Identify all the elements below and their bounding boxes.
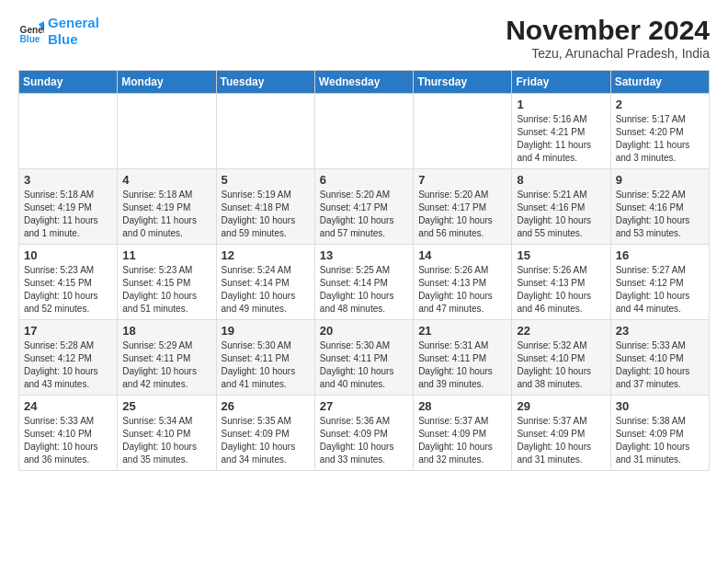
calendar-cell: 30Sunrise: 5:38 AM Sunset: 4:09 PM Dayli… bbox=[610, 396, 709, 471]
day-number: 2 bbox=[616, 98, 704, 111]
calendar-cell: 25Sunrise: 5:34 AM Sunset: 4:10 PM Dayli… bbox=[118, 396, 216, 471]
weekday-header-friday: Friday bbox=[512, 71, 610, 94]
day-number: 21 bbox=[418, 324, 506, 338]
calendar-cell: 17Sunrise: 5:28 AM Sunset: 4:12 PM Dayli… bbox=[19, 320, 118, 396]
calendar-header: SundayMondayTuesdayWednesdayThursdayFrid… bbox=[19, 71, 710, 94]
day-number: 12 bbox=[222, 248, 310, 262]
calendar-cell: 24Sunrise: 5:33 AM Sunset: 4:10 PM Dayli… bbox=[19, 396, 118, 471]
calendar-cell: 14Sunrise: 5:26 AM Sunset: 4:13 PM Dayli… bbox=[414, 245, 512, 320]
logo-text: GeneralBlue bbox=[48, 15, 99, 48]
calendar-cell: 12Sunrise: 5:24 AM Sunset: 4:14 PM Dayli… bbox=[216, 245, 314, 320]
calendar-cell: 19Sunrise: 5:30 AM Sunset: 4:11 PM Dayli… bbox=[216, 320, 314, 396]
day-number: 16 bbox=[616, 248, 704, 262]
day-info: Sunrise: 5:23 AM Sunset: 4:15 PM Dayligh… bbox=[24, 264, 112, 316]
calendar-cell: 10Sunrise: 5:23 AM Sunset: 4:15 PM Dayli… bbox=[19, 245, 118, 320]
weekday-header-thursday: Thursday bbox=[414, 71, 512, 94]
calendar-cell bbox=[216, 94, 314, 169]
logo: General Blue GeneralBlue bbox=[18, 15, 99, 48]
day-number: 14 bbox=[418, 248, 506, 262]
day-info: Sunrise: 5:31 AM Sunset: 4:11 PM Dayligh… bbox=[418, 339, 506, 391]
day-number: 28 bbox=[418, 399, 506, 413]
day-info: Sunrise: 5:28 AM Sunset: 4:12 PM Dayligh… bbox=[24, 339, 112, 391]
day-info: Sunrise: 5:37 AM Sunset: 4:09 PM Dayligh… bbox=[418, 415, 506, 466]
title-block: November 2024 Tezu, Arunachal Pradesh, I… bbox=[506, 15, 710, 61]
day-info: Sunrise: 5:27 AM Sunset: 4:12 PM Dayligh… bbox=[616, 264, 704, 316]
day-info: Sunrise: 5:29 AM Sunset: 4:11 PM Dayligh… bbox=[122, 339, 210, 391]
day-number: 23 bbox=[616, 324, 704, 338]
calendar-week-2: 3Sunrise: 5:18 AM Sunset: 4:19 PM Daylig… bbox=[19, 169, 710, 245]
day-number: 10 bbox=[24, 248, 112, 262]
weekday-header-row: SundayMondayTuesdayWednesdayThursdayFrid… bbox=[19, 71, 710, 94]
day-info: Sunrise: 5:33 AM Sunset: 4:10 PM Dayligh… bbox=[24, 415, 112, 466]
day-number: 30 bbox=[616, 399, 704, 413]
day-number: 11 bbox=[122, 248, 210, 262]
logo-icon: General Blue bbox=[18, 18, 44, 44]
day-info: Sunrise: 5:22 AM Sunset: 4:16 PM Dayligh… bbox=[616, 189, 704, 240]
day-number: 3 bbox=[24, 173, 112, 187]
day-number: 4 bbox=[122, 173, 210, 187]
day-number: 26 bbox=[222, 399, 310, 413]
day-number: 7 bbox=[418, 173, 506, 187]
calendar-cell: 2Sunrise: 5:17 AM Sunset: 4:20 PM Daylig… bbox=[610, 94, 709, 169]
day-number: 5 bbox=[222, 173, 310, 187]
calendar-body: 1Sunrise: 5:16 AM Sunset: 4:21 PM Daylig… bbox=[19, 94, 710, 471]
calendar-cell: 7Sunrise: 5:20 AM Sunset: 4:17 PM Daylig… bbox=[414, 169, 512, 245]
day-number: 27 bbox=[320, 399, 408, 413]
day-number: 9 bbox=[616, 173, 704, 187]
day-info: Sunrise: 5:30 AM Sunset: 4:11 PM Dayligh… bbox=[222, 339, 310, 391]
day-info: Sunrise: 5:25 AM Sunset: 4:14 PM Dayligh… bbox=[320, 264, 408, 316]
calendar-cell: 16Sunrise: 5:27 AM Sunset: 4:12 PM Dayli… bbox=[610, 245, 709, 320]
day-number: 8 bbox=[517, 173, 605, 187]
calendar-cell: 29Sunrise: 5:37 AM Sunset: 4:09 PM Dayli… bbox=[512, 396, 610, 471]
calendar-week-3: 10Sunrise: 5:23 AM Sunset: 4:15 PM Dayli… bbox=[19, 245, 710, 320]
calendar-cell: 6Sunrise: 5:20 AM Sunset: 4:17 PM Daylig… bbox=[314, 169, 413, 245]
calendar-cell: 9Sunrise: 5:22 AM Sunset: 4:16 PM Daylig… bbox=[610, 169, 709, 245]
day-number: 29 bbox=[517, 399, 605, 413]
calendar-cell: 23Sunrise: 5:33 AM Sunset: 4:10 PM Dayli… bbox=[610, 320, 709, 396]
day-number: 25 bbox=[122, 399, 210, 413]
calendar-cell bbox=[314, 94, 413, 169]
calendar-cell: 20Sunrise: 5:30 AM Sunset: 4:11 PM Dayli… bbox=[314, 320, 413, 396]
weekday-header-saturday: Saturday bbox=[610, 71, 709, 94]
calendar-cell: 21Sunrise: 5:31 AM Sunset: 4:11 PM Dayli… bbox=[414, 320, 512, 396]
day-info: Sunrise: 5:33 AM Sunset: 4:10 PM Dayligh… bbox=[616, 339, 704, 391]
calendar-week-5: 24Sunrise: 5:33 AM Sunset: 4:10 PM Dayli… bbox=[19, 396, 710, 471]
day-info: Sunrise: 5:20 AM Sunset: 4:17 PM Dayligh… bbox=[418, 189, 506, 240]
month-title: November 2024 bbox=[506, 15, 710, 46]
calendar-cell: 4Sunrise: 5:18 AM Sunset: 4:19 PM Daylig… bbox=[118, 169, 216, 245]
day-info: Sunrise: 5:20 AM Sunset: 4:17 PM Dayligh… bbox=[320, 189, 408, 240]
day-info: Sunrise: 5:16 AM Sunset: 4:21 PM Dayligh… bbox=[517, 113, 605, 165]
calendar-cell: 1Sunrise: 5:16 AM Sunset: 4:21 PM Daylig… bbox=[512, 94, 610, 169]
calendar-cell: 11Sunrise: 5:23 AM Sunset: 4:15 PM Dayli… bbox=[118, 245, 216, 320]
calendar-table: SundayMondayTuesdayWednesdayThursdayFrid… bbox=[18, 70, 710, 471]
calendar-cell: 3Sunrise: 5:18 AM Sunset: 4:19 PM Daylig… bbox=[19, 169, 118, 245]
day-info: Sunrise: 5:26 AM Sunset: 4:13 PM Dayligh… bbox=[418, 264, 506, 316]
day-number: 17 bbox=[24, 324, 112, 338]
day-info: Sunrise: 5:34 AM Sunset: 4:10 PM Dayligh… bbox=[122, 415, 210, 466]
day-number: 22 bbox=[517, 324, 605, 338]
calendar-cell: 15Sunrise: 5:26 AM Sunset: 4:13 PM Dayli… bbox=[512, 245, 610, 320]
day-info: Sunrise: 5:32 AM Sunset: 4:10 PM Dayligh… bbox=[517, 339, 605, 391]
calendar-cell bbox=[414, 94, 512, 169]
day-number: 24 bbox=[24, 399, 112, 413]
day-info: Sunrise: 5:18 AM Sunset: 4:19 PM Dayligh… bbox=[122, 189, 210, 240]
weekday-header-tuesday: Tuesday bbox=[216, 71, 314, 94]
page-header: General Blue GeneralBlue November 2024 T… bbox=[18, 15, 710, 61]
day-info: Sunrise: 5:38 AM Sunset: 4:09 PM Dayligh… bbox=[616, 415, 704, 466]
day-info: Sunrise: 5:26 AM Sunset: 4:13 PM Dayligh… bbox=[517, 264, 605, 316]
calendar-cell bbox=[118, 94, 216, 169]
day-info: Sunrise: 5:21 AM Sunset: 4:16 PM Dayligh… bbox=[517, 189, 605, 240]
day-number: 18 bbox=[122, 324, 210, 338]
weekday-header-wednesday: Wednesday bbox=[314, 71, 413, 94]
calendar-cell: 13Sunrise: 5:25 AM Sunset: 4:14 PM Dayli… bbox=[314, 245, 413, 320]
day-info: Sunrise: 5:37 AM Sunset: 4:09 PM Dayligh… bbox=[517, 415, 605, 466]
day-info: Sunrise: 5:35 AM Sunset: 4:09 PM Dayligh… bbox=[222, 415, 310, 466]
calendar-week-4: 17Sunrise: 5:28 AM Sunset: 4:12 PM Dayli… bbox=[19, 320, 710, 396]
calendar-cell: 26Sunrise: 5:35 AM Sunset: 4:09 PM Dayli… bbox=[216, 396, 314, 471]
location-subtitle: Tezu, Arunachal Pradesh, India bbox=[506, 46, 710, 61]
weekday-header-monday: Monday bbox=[118, 71, 216, 94]
day-info: Sunrise: 5:19 AM Sunset: 4:18 PM Dayligh… bbox=[222, 189, 310, 240]
calendar-cell: 5Sunrise: 5:19 AM Sunset: 4:18 PM Daylig… bbox=[216, 169, 314, 245]
day-info: Sunrise: 5:30 AM Sunset: 4:11 PM Dayligh… bbox=[320, 339, 408, 391]
svg-text:Blue: Blue bbox=[20, 34, 40, 44]
